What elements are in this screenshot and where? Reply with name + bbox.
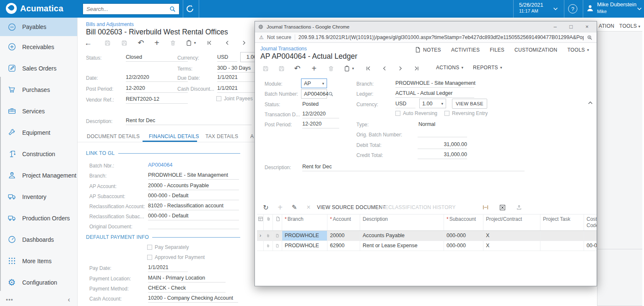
copy-paste-caret-icon[interactable]: ▾: [351, 63, 356, 73]
minimize-button[interactable]: –: [549, 24, 561, 30]
security-label[interactable]: Not secure: [267, 34, 291, 40]
sidebar-item-project-management[interactable]: Project Management: [0, 165, 77, 186]
paperclip-icon[interactable]: [264, 231, 273, 241]
ap-account-value[interactable]: 20000 - Accounts Payable: [148, 183, 239, 190]
undo-icon[interactable]: ↶: [135, 38, 146, 48]
currency-value[interactable]: USD: [395, 101, 415, 108]
sidebar-collapse-button[interactable]: ‹: [68, 296, 70, 303]
activities-menu[interactable]: ACTIVITIES: [451, 47, 480, 53]
go-first-icon[interactable]: [363, 63, 374, 73]
business-date-icon[interactable]: [185, 4, 195, 13]
popup-urlbar[interactable]: ⚠ Not secure 209.59.176.9/2021R1/(W(1019…: [255, 32, 597, 43]
approved-for-payment-checkbox[interactable]: Approved for Payment: [147, 254, 205, 260]
tab-financial-details[interactable]: FINANCIAL DETAILS: [149, 133, 199, 139]
sidebar-item-equipment[interactable]: Equipment: [0, 122, 77, 143]
maximize-button[interactable]: □: [565, 24, 577, 30]
sidebar-more-button[interactable]: •••: [6, 296, 13, 303]
terms-value[interactable]: 30D - 30 Days: [217, 65, 259, 73]
ap-subaccount-value[interactable]: 000-000 - Default: [148, 193, 239, 200]
collapse-panel-icon[interactable]: [587, 100, 593, 107]
transaction-date-value[interactable]: 12/2/2020: [302, 111, 339, 118]
sidebar-item-dashboards[interactable]: Dashboards: [0, 229, 77, 250]
branch-value[interactable]: PRODWHOLE - Site Management: [395, 80, 474, 88]
grid-settings-icon[interactable]: [257, 214, 264, 230]
doc-icon[interactable]: [273, 231, 282, 241]
search-input[interactable]: [83, 6, 169, 12]
column-header-description[interactable]: Description: [360, 214, 444, 230]
batch-nbr-link[interactable]: AP004064: [148, 162, 172, 168]
reports-menu-button[interactable]: REPORTS▾: [473, 65, 502, 71]
zoom-page-icon[interactable]: [587, 35, 592, 40]
cell-account[interactable]: 20000: [327, 231, 360, 241]
column-header-account[interactable]: *Account: [327, 214, 360, 230]
paperclip-icon[interactable]: [264, 214, 273, 230]
cell-branch[interactable]: PRODWHOLE: [282, 241, 327, 251]
cash-discount-value[interactable]: 1/1/2021: [217, 85, 255, 93]
column-header-branch[interactable]: *Branch: [282, 214, 327, 230]
save-close-icon[interactable]: [102, 38, 113, 48]
column-header-cost-code[interactable]: Cost Code: [584, 214, 597, 230]
business-date-selector[interactable]: 5/26/2021 11:17 AM: [519, 2, 543, 14]
ledger-value[interactable]: ACTUAL - Actual Ledger: [395, 90, 474, 98]
view-base-button[interactable]: VIEW BASE: [452, 99, 487, 109]
pay-separately-checkbox[interactable]: Pay Separately: [147, 244, 189, 250]
column-header-project-contract[interactable]: Project/Contract: [483, 214, 540, 230]
cell-cost_code[interactable]: 00-000: [584, 241, 597, 251]
column-header-subaccount[interactable]: *Subaccount: [444, 214, 483, 230]
sidebar-item-receivables[interactable]: Receivables: [0, 36, 77, 58]
delete-icon[interactable]: [325, 63, 336, 73]
go-prev-icon[interactable]: [222, 38, 233, 48]
copy-paste-caret-icon[interactable]: ▾: [192, 38, 197, 48]
vendor-ref-value[interactable]: RENT2020-12: [126, 96, 188, 104]
cell-project[interactable]: X: [483, 241, 540, 251]
sidebar-item-payables[interactable]: Payables: [0, 18, 77, 36]
fit-width-icon[interactable]: [480, 202, 491, 212]
sidebar-item-services[interactable]: Services: [0, 100, 77, 122]
currency-value[interactable]: USD: [217, 54, 237, 62]
go-next-icon[interactable]: [239, 38, 249, 48]
add-icon[interactable]: +: [309, 63, 319, 73]
doc-icon[interactable]: [273, 241, 282, 251]
go-next-icon[interactable]: [395, 63, 406, 73]
global-search[interactable]: [83, 3, 179, 15]
cell-subaccount[interactable]: 000-000: [444, 241, 483, 251]
batch-number-lookup[interactable]: AP004064: [301, 89, 327, 99]
edit-row-icon[interactable]: ✎: [289, 202, 299, 212]
go-prev-icon[interactable]: [379, 63, 390, 73]
customization-menu[interactable]: CUSTOMIZATION: [514, 47, 557, 53]
tools-menu-partial[interactable]: TOOLS ▾: [619, 23, 640, 29]
brand-logo[interactable]: Acumatica: [6, 3, 63, 14]
tab-document-details[interactable]: DOCUMENT DETAILS: [87, 133, 140, 139]
module-select[interactable]: AP▾: [301, 78, 327, 88]
lookup-icon[interactable]: [328, 92, 333, 97]
gl-branch-value[interactable]: PRODWHOLE - Site Management: [148, 172, 239, 180]
sidebar-item-sales-orders[interactable]: Sales Orders: [0, 58, 77, 79]
help-button[interactable]: ?: [568, 4, 577, 13]
add-row-icon[interactable]: +: [275, 202, 285, 212]
joint-payees-checkbox[interactable]: Joint Payees: [216, 96, 253, 102]
sidebar-item-more-items[interactable]: More Items: [0, 250, 77, 272]
url-text[interactable]: 209.59.176.9/2021R1/(W(10191))/pages/gl/…: [299, 34, 584, 40]
cell-description[interactable]: Rent or Lease Expense: [360, 241, 444, 251]
cell-task[interactable]: [540, 241, 584, 251]
breadcrumb[interactable]: Bills and Adjustments: [86, 21, 134, 27]
notes-menu[interactable]: NOTES: [415, 47, 441, 53]
popup-breadcrumb[interactable]: Journal Transactions: [260, 46, 307, 52]
doc-icon[interactable]: [273, 214, 282, 230]
description-value[interactable]: Rent for Dec: [302, 164, 525, 171]
payment-location-value[interactable]: MAIN - Primary Location: [148, 275, 226, 282]
go-last-icon[interactable]: [411, 63, 422, 73]
add-icon[interactable]: +: [151, 38, 162, 48]
sidebar-item-production-orders[interactable]: Production Orders: [0, 207, 77, 229]
save-icon[interactable]: [119, 38, 130, 48]
search-icon[interactable]: [169, 6, 176, 12]
payment-method-value[interactable]: CHECK - Check: [148, 285, 226, 293]
tab-approvals-partial[interactable]: A: [250, 133, 254, 139]
cell-account[interactable]: 62900: [327, 241, 360, 251]
reclass-subaccount-value[interactable]: 000-000 - Default: [148, 213, 239, 220]
reclassification-history-button[interactable]: RECLASSIFICATION HISTORY: [381, 204, 456, 210]
sidebar-item-purchases[interactable]: Purchases: [0, 79, 77, 100]
reclass-account-value[interactable]: 81020 - Reclassification account: [148, 203, 239, 210]
auto-reversing-checkbox[interactable]: Auto Reversing: [395, 110, 437, 116]
cell-subaccount[interactable]: 000-000: [444, 231, 483, 241]
